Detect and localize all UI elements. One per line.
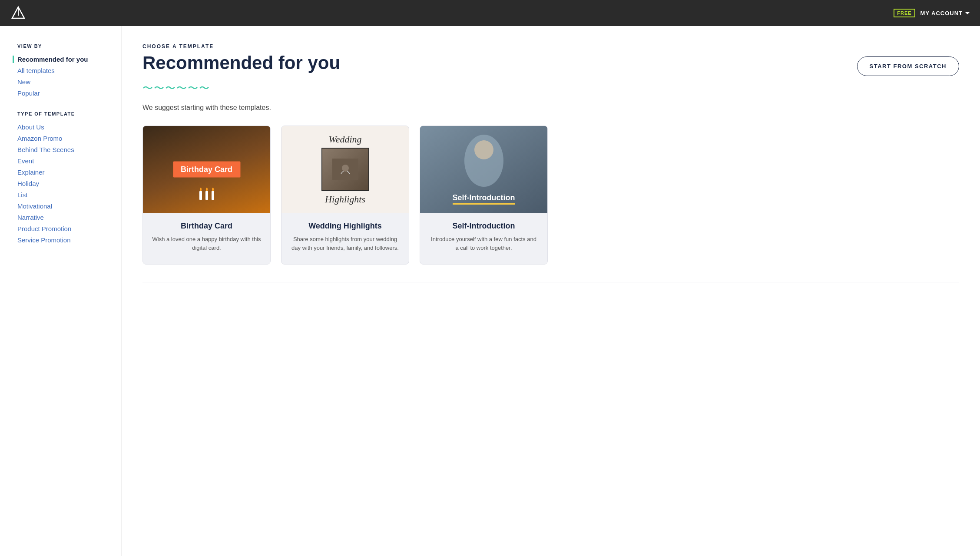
service-promotion-link[interactable]: Service Promotion	[17, 236, 71, 244]
wedding-bottom-text: Highlights	[325, 194, 365, 205]
free-badge: FREE	[894, 9, 915, 17]
candle-1	[199, 191, 202, 200]
sidebar-item-behind-the-scenes[interactable]: Behind The Scenes	[17, 146, 111, 154]
sidebar-item-event[interactable]: Event	[17, 157, 111, 165]
content-header: Recommended for you START FROM SCRATCH	[142, 53, 959, 76]
wedding-photo	[321, 148, 369, 191]
narrative-link[interactable]: Narrative	[17, 214, 44, 221]
account-label: MY ACCOUNT	[920, 10, 963, 17]
sidebar-view-nav: Recommended for you All templates New Po…	[17, 56, 111, 97]
subtitle: We suggest starting with these templates…	[142, 104, 959, 112]
all-templates-link[interactable]: All templates	[17, 67, 55, 74]
templates-grid: Birthday Card Birthday Card Wish a loved…	[142, 126, 959, 265]
self-intro-info: Self-Introduction Introduce yourself wit…	[420, 213, 547, 264]
birthday-card-overlay: Birthday Card	[173, 162, 240, 178]
product-promotion-link[interactable]: Product Promotion	[17, 225, 71, 232]
birthday-card-image: Birthday Card	[143, 126, 270, 213]
self-intro-desc: Introduce yourself with a few fun facts …	[429, 235, 539, 252]
choose-a-template-label: CHOOSE A TEMPLATE	[142, 43, 959, 50]
page-title: Recommended for you	[142, 53, 340, 73]
holiday-link[interactable]: Holiday	[17, 180, 39, 187]
self-intro-image: Self-Introduction	[420, 126, 547, 213]
sidebar-item-popular[interactable]: Popular	[17, 89, 111, 97]
birthday-card-desc: Wish a loved one a happy birthday with t…	[152, 235, 262, 252]
chevron-down-icon	[965, 12, 970, 14]
candle-3	[212, 191, 214, 200]
divider	[142, 282, 959, 282]
list-link[interactable]: List	[17, 191, 27, 199]
birthday-bg: Birthday Card	[143, 126, 270, 213]
header: FREE MY ACCOUNT	[0, 0, 980, 26]
popular-link[interactable]: Popular	[17, 89, 40, 97]
amazon-promo-link[interactable]: Amazon Promo	[17, 135, 62, 142]
sidebar-item-narrative[interactable]: Narrative	[17, 214, 111, 222]
birthday-card-name: Birthday Card	[152, 222, 262, 231]
about-us-link[interactable]: About Us	[17, 123, 44, 131]
svg-point-3	[342, 165, 349, 172]
wave-divider: 〜〜〜〜〜〜	[142, 81, 959, 95]
sidebar: VIEW BY Recommended for you All template…	[0, 26, 122, 556]
sidebar-item-product-promotion[interactable]: Product Promotion	[17, 225, 111, 233]
sidebar-item-new[interactable]: New	[17, 78, 111, 86]
account-button[interactable]: MY ACCOUNT	[920, 10, 970, 17]
template-card-birthday[interactable]: Birthday Card Birthday Card Wish a loved…	[142, 126, 271, 265]
template-card-wedding[interactable]: Wedding Highlights Wedding Highlights	[281, 126, 409, 265]
sidebar-item-service-promotion[interactable]: Service Promotion	[17, 236, 111, 244]
main-layout: VIEW BY Recommended for you All template…	[0, 26, 980, 556]
sidebar-item-about-us[interactable]: About Us	[17, 123, 111, 131]
sidebar-item-holiday[interactable]: Holiday	[17, 180, 111, 188]
wedding-top-text: Wedding	[328, 134, 361, 145]
self-intro-name: Self-Introduction	[429, 222, 539, 231]
wedding-card-info: Wedding Highlights Share some highlights…	[281, 213, 409, 264]
new-link[interactable]: New	[17, 78, 30, 86]
wedding-card-image: Wedding Highlights	[281, 126, 409, 213]
sidebar-item-list[interactable]: List	[17, 191, 111, 199]
self-intro-overlay: Self-Introduction	[453, 193, 515, 202]
sidebar-item-recommended[interactable]: Recommended for you	[17, 56, 111, 63]
sidebar-type-nav: About Us Amazon Promo Behind The Scenes …	[17, 123, 111, 244]
wedding-bg: Wedding Highlights	[281, 126, 409, 213]
sidebar-item-all[interactable]: All templates	[17, 67, 111, 75]
recommended-link[interactable]: Recommended for you	[13, 56, 88, 63]
sidebar-item-explainer[interactable]: Explainer	[17, 169, 111, 176]
start-from-scratch-button[interactable]: START FROM SCRATCH	[857, 56, 959, 76]
self-intro-text: Self-Introduction	[453, 193, 515, 205]
birthday-card-info: Birthday Card Wish a loved one a happy b…	[143, 213, 270, 264]
candle-2	[205, 191, 208, 200]
wedding-card-name: Wedding Highlights	[290, 222, 400, 231]
candle-area	[199, 191, 214, 200]
wedding-card-desc: Share some highlights from your wedding …	[290, 235, 400, 252]
header-right: FREE MY ACCOUNT	[894, 9, 970, 17]
svg-point-6	[474, 140, 493, 159]
behind-the-scenes-link[interactable]: Behind The Scenes	[17, 146, 74, 153]
template-card-self-intro[interactable]: Self-Introduction Self-Introduction Intr…	[420, 126, 548, 265]
main-content: CHOOSE A TEMPLATE Recommended for you ST…	[122, 26, 980, 556]
logo[interactable]	[10, 5, 26, 21]
sidebar-item-motivational[interactable]: Motivational	[17, 202, 111, 210]
sidebar-item-amazon-promo[interactable]: Amazon Promo	[17, 135, 111, 142]
explainer-link[interactable]: Explainer	[17, 169, 45, 176]
type-of-template-section: TYPE OF TEMPLATE About Us Amazon Promo B…	[17, 111, 111, 244]
type-label: TYPE OF TEMPLATE	[17, 111, 111, 116]
motivational-link[interactable]: Motivational	[17, 202, 52, 210]
self-intro-bg: Self-Introduction	[420, 126, 547, 213]
event-link[interactable]: Event	[17, 157, 34, 165]
view-by-label: VIEW BY	[17, 43, 111, 49]
